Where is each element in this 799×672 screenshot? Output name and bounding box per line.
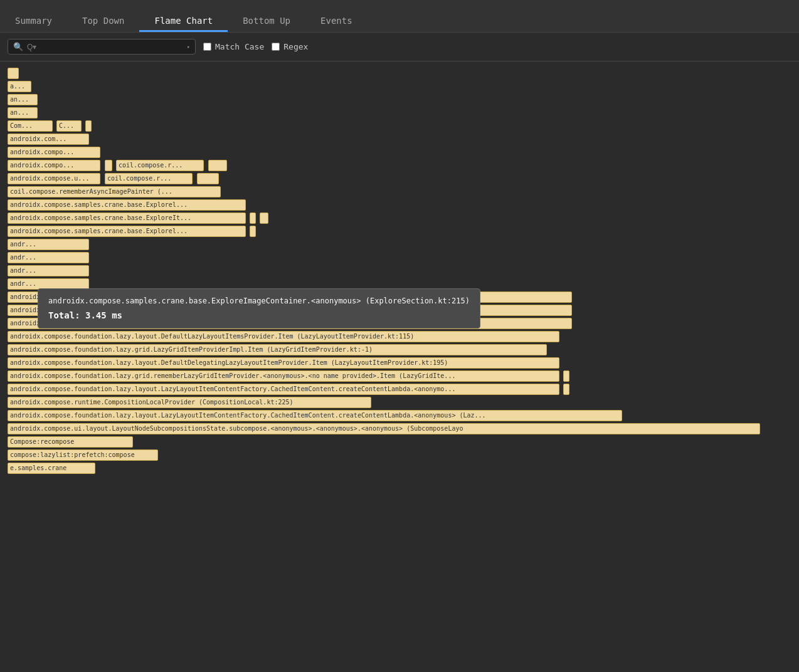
flame-bar[interactable] <box>208 160 227 171</box>
flame-row: androidx.compose.foundation.lazy.grid.re… <box>8 370 799 383</box>
regex-label[interactable]: Regex <box>283 42 308 51</box>
flame-bar[interactable]: C... <box>56 120 82 132</box>
match-case-group: Match Case <box>203 42 264 51</box>
flame-bar[interactable]: androidx.compose.foundation.lazy.grid.re… <box>8 370 559 382</box>
flame-bar[interactable]: Compose:recompose <box>8 436 133 448</box>
flame-bar[interactable]: androidx.compose.samples.crane.base.Expl… <box>8 199 246 211</box>
flame-bar[interactable]: androidx.compose.foundation.lazy.layout.… <box>8 331 559 342</box>
tab-top-down[interactable]: Top Down <box>67 0 139 32</box>
flame-row <box>8 68 799 80</box>
flame-row: androidx.compose.u...coil.compose.r... <box>8 173 799 186</box>
flame-row: androidx.compose.runtime.CompositionLoca… <box>8 397 799 409</box>
flame-bar[interactable]: andr... <box>8 239 89 250</box>
flame-bar[interactable]: coil.compose.rememberAsyncImagePainter (… <box>8 186 221 197</box>
flame-bar[interactable] <box>250 226 256 237</box>
flame-row: androidx.compose.samples.crane.base.Expl… <box>8 226 799 238</box>
flame-row: androidx.compo... <box>8 147 799 159</box>
flame-bar[interactable]: compose:lazylist:prefetch:compose <box>8 449 158 461</box>
tab-bottom-up[interactable]: Bottom Up <box>228 0 305 32</box>
flame-bar[interactable] <box>563 370 569 382</box>
tooltip-total: Total: 3.45 ms <box>48 310 470 320</box>
flame-bar[interactable]: androidx.compose.foundation.lazy.layout.… <box>8 410 622 421</box>
flame-bar[interactable]: andr... <box>8 252 89 263</box>
flame-bar[interactable]: androidx.compo... <box>8 147 100 158</box>
flame-row: androidx.compose.samples.crane.base.Expl… <box>8 213 799 225</box>
flame-bar[interactable]: androidx.compose.u... <box>8 173 100 184</box>
match-case-label[interactable]: Match Case <box>215 42 264 51</box>
flame-row: androidx.com... <box>8 134 799 146</box>
flame-row: an... <box>8 94 799 107</box>
search-bar: 🔍 ▾ Match Case Regex <box>0 33 799 61</box>
search-input[interactable] <box>27 43 183 51</box>
search-dropdown-arrow[interactable]: ▾ <box>187 44 190 50</box>
flame-bar[interactable] <box>85 120 92 132</box>
flame-bar[interactable]: Com... <box>8 120 53 132</box>
flame-bar[interactable]: e.samples.crane <box>8 463 95 474</box>
flame-bar[interactable]: andr... <box>8 265 89 276</box>
flame-bar[interactable]: an... <box>8 107 38 118</box>
flame-bar[interactable]: a... <box>8 81 31 92</box>
flame-row: androidx.compose.ui.layout.LayoutNodeSub… <box>8 423 799 436</box>
flame-chart-area: a...an...an...Com...C...androidx.com...a… <box>0 61 799 668</box>
flame-bar[interactable]: androidx.compo... <box>8 160 100 171</box>
tab-bar: Summary Top Down Flame Chart Bottom Up E… <box>0 0 799 33</box>
flame-bar[interactable] <box>197 173 219 184</box>
search-input-wrapper[interactable]: 🔍 ▾ <box>8 39 196 55</box>
flame-row: androidx.compose.foundation.lazy.layout.… <box>8 331 799 344</box>
flame-row: andr... <box>8 239 799 251</box>
flame-bar[interactable]: androidx.compose.ui.layout.LayoutNodeSub… <box>8 423 760 434</box>
search-icon: 🔍 <box>13 42 23 51</box>
flame-bar[interactable] <box>250 213 256 224</box>
flame-bar[interactable]: androidx.compose.samples.crane.base.Expl… <box>8 213 246 224</box>
flame-bar[interactable]: coil.compose.r... <box>105 173 193 184</box>
flame-tooltip: androidx.compose.samples.crane.base.Expl… <box>38 288 480 328</box>
flame-bar[interactable] <box>105 160 112 171</box>
flame-row: andr... <box>8 265 799 278</box>
regex-group: Regex <box>272 42 308 51</box>
flame-row: compose:lazylist:prefetch:compose <box>8 449 799 462</box>
flame-row: e.samples.crane <box>8 463 799 475</box>
flame-row: Compose:recompose <box>8 436 799 449</box>
flame-row: androidx.compose.foundation.lazy.layout.… <box>8 410 799 423</box>
flame-row: androidx.compo...coil.compose.r... <box>8 160 799 172</box>
regex-checkbox[interactable] <box>272 43 280 51</box>
flame-row: a... <box>8 81 799 93</box>
tab-summary[interactable]: Summary <box>0 0 67 32</box>
flame-row: andr... <box>8 252 799 265</box>
tab-flame-chart[interactable]: Flame Chart <box>139 0 228 32</box>
flame-bar[interactable]: androidx.com... <box>8 134 89 145</box>
tab-events[interactable]: Events <box>305 0 368 32</box>
flame-row: androidx.compose.foundation.lazy.layout.… <box>8 357 799 370</box>
flame-row: an... <box>8 107 799 120</box>
flame-bar[interactable]: androidx.compose.foundation.lazy.layout.… <box>8 357 559 369</box>
flame-bar[interactable]: androidx.compose.runtime.CompositionLoca… <box>8 397 371 408</box>
flame-bar[interactable] <box>563 384 569 395</box>
flame-row: androidx.compose.foundation.lazy.grid.La… <box>8 344 799 357</box>
flame-bar[interactable] <box>8 68 19 79</box>
flame-bar[interactable]: androidx.compose.foundation.lazy.grid.La… <box>8 344 547 355</box>
flame-row: androidx.compose.samples.crane.base.Expl… <box>8 199 799 212</box>
flame-bar[interactable]: androidx.compose.foundation.lazy.layout.… <box>8 384 559 395</box>
flame-bar[interactable]: coil.compose.r... <box>116 160 204 171</box>
flame-row: Com...C... <box>8 120 799 133</box>
flame-row: androidx.compose.foundation.lazy.layout.… <box>8 384 799 396</box>
flame-row: coil.compose.rememberAsyncImagePainter (… <box>8 186 799 199</box>
flame-bar[interactable]: an... <box>8 94 38 105</box>
match-case-checkbox[interactable] <box>203 43 211 51</box>
flame-bar[interactable]: androidx.compose.samples.crane.base.Expl… <box>8 226 246 237</box>
tooltip-title: androidx.compose.samples.crane.base.Expl… <box>48 297 470 305</box>
flame-bar[interactable] <box>260 213 268 224</box>
